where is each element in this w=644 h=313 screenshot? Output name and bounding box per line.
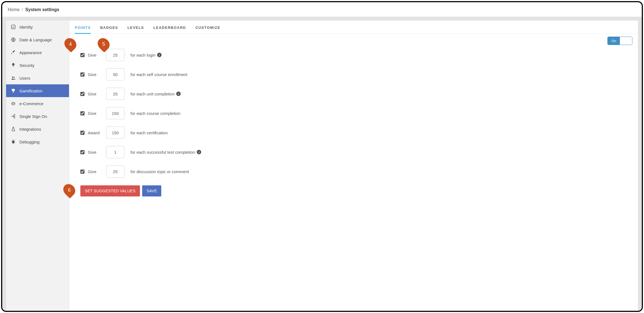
points-row-course: Give for each course completion xyxy=(75,107,632,119)
sidebar-item-identity[interactable]: Identity xyxy=(6,21,69,33)
brush-icon xyxy=(11,50,16,55)
sidebar-item-ecommerce[interactable]: e-Commerce xyxy=(6,97,69,110)
row-verb: Give xyxy=(88,53,103,57)
svg-rect-0 xyxy=(11,25,15,29)
globe-icon xyxy=(11,37,16,42)
row-checkbox[interactable] xyxy=(80,53,85,57)
info-icon[interactable]: i xyxy=(157,53,162,57)
set-suggested-button[interactable]: SET SUGGESTED VALUES xyxy=(80,185,140,196)
info-icon[interactable]: i xyxy=(176,92,181,96)
points-row-discussion: Give for discussion topic or comment xyxy=(75,165,632,178)
sidebar-item-users[interactable]: Users xyxy=(6,72,69,84)
row-checkbox[interactable] xyxy=(80,131,85,135)
sidebar-item-label: Appearance xyxy=(19,50,42,55)
sidebar-item-date-language[interactable]: Date & Language xyxy=(6,33,69,46)
row-value-input[interactable] xyxy=(106,107,124,119)
toggle-handle xyxy=(620,37,632,45)
bug-icon xyxy=(11,139,16,144)
sidebar-item-label: Debugging xyxy=(19,140,40,144)
sidebar-item-gamification[interactable]: Gamification xyxy=(6,84,69,97)
row-value-input[interactable] xyxy=(106,49,124,61)
sidebar-item-label: Integrations xyxy=(19,127,41,132)
points-toggle[interactable]: On xyxy=(607,37,632,45)
row-verb: Give xyxy=(88,150,103,155)
sidebar-item-label: Identity xyxy=(19,25,33,29)
tab-points[interactable]: POINTS xyxy=(75,26,91,34)
row-value-input[interactable] xyxy=(106,88,124,100)
row-value-input[interactable] xyxy=(106,68,124,80)
tabs: POINTS BADGES LEVELS LEADERBOARD CUSTOMI… xyxy=(69,21,638,34)
svg-point-4 xyxy=(12,141,14,144)
tab-customize[interactable]: CUSTOMIZE xyxy=(195,26,220,34)
row-desc: for each certification xyxy=(131,130,168,135)
toggle-on-label: On xyxy=(608,37,620,45)
trophy-icon xyxy=(11,88,16,93)
breadcrumb-current: System settings xyxy=(25,7,59,12)
points-row-login: Give for each login i xyxy=(75,49,632,61)
info-icon[interactable]: i xyxy=(197,150,201,154)
row-desc: for each unit completion i xyxy=(131,92,181,96)
sidebar-item-label: Security xyxy=(19,63,34,68)
row-checkbox[interactable] xyxy=(80,170,85,174)
row-verb: Award xyxy=(88,130,103,135)
sidebar-item-debugging[interactable]: Debugging xyxy=(6,135,69,148)
save-button[interactable]: SAVE xyxy=(142,185,162,196)
users-icon xyxy=(11,75,16,80)
sidebar-item-sso[interactable]: Single Sign On xyxy=(6,110,69,123)
row-value-input[interactable] xyxy=(106,146,124,158)
settings-sidebar: Identity Date & Language Appearance xyxy=(6,21,69,311)
sidebar-item-appearance[interactable]: Appearance xyxy=(6,46,69,59)
row-value-input[interactable] xyxy=(106,127,124,139)
svg-point-2 xyxy=(12,77,14,78)
row-desc: for each self course enrollment xyxy=(131,72,187,77)
svg-point-3 xyxy=(14,77,15,78)
row-desc: for each course completion xyxy=(131,111,180,116)
row-desc: for each login i xyxy=(131,53,162,57)
row-verb: Give xyxy=(88,72,103,77)
sidebar-item-integrations[interactable]: Integrations xyxy=(6,123,69,135)
sidebar-item-security[interactable]: Security xyxy=(6,59,69,72)
tab-leaderboard[interactable]: LEADERBOARD xyxy=(154,26,186,34)
row-checkbox[interactable] xyxy=(80,72,85,77)
pencil-square-icon xyxy=(11,24,16,29)
row-desc: for discussion topic or comment xyxy=(131,169,189,174)
breadcrumb-home[interactable]: Home xyxy=(8,7,20,12)
points-row-certification: Award for each certification xyxy=(75,127,632,139)
sidebar-item-label: Date & Language xyxy=(19,37,52,42)
row-verb: Give xyxy=(88,111,103,116)
row-checkbox[interactable] xyxy=(80,150,85,154)
points-row-enrollment: Give for each self course enrollment xyxy=(75,68,632,80)
row-value-input[interactable] xyxy=(106,165,124,178)
row-desc: for each successful test completion i xyxy=(131,150,201,155)
sidebar-item-label: Users xyxy=(19,76,30,80)
flask-icon xyxy=(11,127,16,132)
sidebar-item-label: e-Commerce xyxy=(19,101,44,106)
tab-levels[interactable]: LEVELS xyxy=(127,26,144,34)
points-row-unit: Give for each unit completion i xyxy=(75,88,632,100)
row-checkbox[interactable] xyxy=(80,92,85,96)
basket-icon xyxy=(11,101,16,106)
sidebar-item-label: Single Sign On xyxy=(19,114,47,119)
main-content: POINTS BADGES LEVELS LEADERBOARD CUSTOMI… xyxy=(69,21,638,311)
spy-icon xyxy=(11,63,16,68)
signin-icon xyxy=(11,114,16,119)
points-row-test: Give for each successful test completion… xyxy=(75,146,632,158)
sidebar-item-label: Gamification xyxy=(19,89,42,93)
breadcrumb-separator: / xyxy=(22,7,23,12)
row-checkbox[interactable] xyxy=(80,111,85,115)
row-verb: Give xyxy=(88,92,103,96)
breadcrumb: Home / System settings xyxy=(2,2,642,17)
row-verb: Give xyxy=(88,169,103,174)
tab-badges[interactable]: BADGES xyxy=(100,26,118,34)
